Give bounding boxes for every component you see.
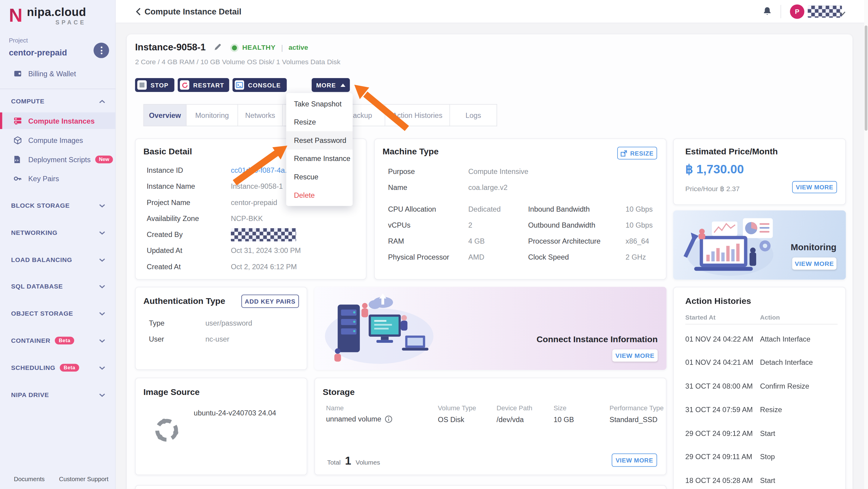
sidebar-item-billing[interactable]: Billing & Wallet [0,65,116,82]
monitoring-view-more-button[interactable]: VIEW MORE [792,257,836,270]
tab-logs[interactable]: Logs [450,104,497,126]
brand-logo[interactable]: N nipa.cloud SPACE [9,5,86,25]
scrollbar-thumb[interactable] [865,25,867,130]
sidebar-section-block-storage[interactable]: BLOCK STORAGE [0,199,116,211]
sidebar-section-object-storage[interactable]: OBJECT STORAGE [0,307,116,319]
footer-link-customer-support[interactable]: Customer Support [59,476,108,482]
detail-row: Clock Speed2 GHz [528,249,661,265]
monitoring-promo-card: Monitoring VIEW MORE [673,210,846,280]
more-button[interactable]: MORE [312,78,350,92]
instance-specs: 2 Core / 4 GB RAM / 10 GB Volume OS Disk… [135,58,340,66]
sidebar-section-sql-database[interactable]: SQL DATABASE [0,280,116,292]
auth-card: Authentication Type ADD KEY PAIRS Typeus… [135,287,307,370]
price-amount: ฿ 1,730.00 [685,162,744,177]
monitoring-illustration [678,215,780,277]
storage-view-more-button[interactable]: VIEW MORE [612,453,657,467]
device-path: /dev/vda [497,416,524,424]
sidebar-item-label: Deployment Scripts [28,155,91,164]
card-title: Machine Type [382,147,438,157]
back-button[interactable] [135,7,141,19]
sidebar-item-key-pairs[interactable]: Key Pairs [0,170,116,187]
scrollbar[interactable] [864,0,868,489]
history-row: 29 OCT 24 09:12 AM Start [685,422,843,445]
status-separator: | [281,43,283,52]
ubuntu-logo-icon [151,415,182,446]
history-row: 31 OCT 24 07:59 AM Resize [685,398,843,422]
detail-row: Outbound Bandwidth10 Gbps [528,217,661,233]
detail-row: Availability Zone NCP-BKK [147,210,360,226]
column-header-device-path: Device Path [497,404,532,412]
instance-id-link[interactable]: cc01d00-f087-4a... [231,166,291,175]
sidebar-item-label: Compute Images [28,136,83,145]
column-header-action: Action [760,314,780,320]
redacted-created-by [231,228,296,241]
resize-button[interactable]: RESIZE [617,147,657,159]
volume-type: OS Disk [438,416,464,424]
sidebar-item-compute-instances[interactable]: Compute Instances [0,113,116,129]
restart-button[interactable]: RESTART [178,78,229,92]
sidebar-section-networking[interactable]: NETWORKING [0,226,116,239]
menu-item-resize[interactable]: Resize [286,113,352,131]
machine-type-card: Machine Type RESIZE Purpose Compute Inte… [374,139,667,279]
detail-row: Created At Oct 2, 2024 6:12 PM [147,259,360,275]
sidebar: N nipa.cloud SPACE Project centor-prepai… [0,0,116,489]
add-key-pairs-button[interactable]: ADD KEY PAIRS [241,295,299,308]
sidebar-section-compute[interactable]: COMPUTE [0,95,116,107]
volume-row: unnamed volume [326,415,393,423]
stop-icon [137,80,147,90]
instance-header: Instance-9058-1 HEALTHY | active [135,42,308,53]
tab-monitoring[interactable]: Monitoring [187,104,238,126]
detail-row: Created By [147,226,360,242]
console-button[interactable]: CONSOLE [232,78,287,92]
chevron-down-icon [99,337,105,344]
menu-item-rescue[interactable]: Rescue [286,168,352,186]
menu-item-rename-instance[interactable]: Rename Instance [286,150,352,168]
volume-total: Total 1 Volumes [327,455,380,467]
detail-row: CPU AllocationDedicated [388,201,521,217]
card-title: Estimated Price/Month [685,147,778,157]
price-view-more-button[interactable]: VIEW MORE [792,181,837,193]
footer-link-documents[interactable]: Documents [14,476,44,482]
avatar[interactable]: P [790,4,804,19]
sidebar-section-load-balancing[interactable]: LOAD BALANCING [0,253,116,266]
menu-item-take-snapshot[interactable]: Take Snapshot [286,95,352,113]
detail-row: RAM4 GB [388,233,521,249]
beta-badge: Beta [55,337,74,344]
sidebar-section-scheduling[interactable]: SCHEDULING Beta [0,362,116,373]
kebab-icon [100,47,102,48]
chevron-down-icon [99,365,105,371]
detail-row: Purpose Compute Intensive [388,163,654,179]
console-terminal-icon [235,80,244,90]
connect-view-more-button[interactable]: VIEW MORE [612,349,658,362]
restart-icon [180,80,189,90]
project-menu-button[interactable] [93,42,109,58]
instance-state: active [288,44,308,52]
history-row: 01 NOV 24 04:21 AM Detach Interface [685,351,843,374]
chevron-down-icon[interactable] [839,8,846,19]
card-title: Authentication Type [144,296,225,306]
history-row: 29 OCT 24 09:11 AM Stop [685,445,843,468]
sidebar-section-container[interactable]: CONTAINER Beta [0,334,116,346]
chevron-down-icon [99,256,105,263]
sidebar-item-compute-images[interactable]: Compute Images [0,132,116,148]
storage-card: Storage Name Volume Type Device Path Siz… [314,378,666,475]
info-icon[interactable] [384,415,393,423]
table-divider [685,324,838,325]
topbar: Compute Instance Detail P [116,0,868,23]
sidebar-item-deployment-scripts[interactable]: Deployment Scripts New [0,151,116,167]
detail-row: Physical ProcessorAMD [388,249,521,265]
detail-row: Usernc-user [149,331,299,347]
edit-pencil-icon[interactable] [213,42,222,53]
tab-action-histories[interactable]: Action Histories [385,104,450,126]
app-root: N nipa.cloud SPACE Project centor-prepai… [0,0,868,489]
notification-bell-icon[interactable] [762,6,772,19]
sidebar-section-nipa-drive[interactable]: NIPA DRIVE [0,389,116,401]
banner-title: Connect Instance Information [536,334,658,344]
tab-overview[interactable]: Overview [144,104,187,126]
stop-button[interactable]: STOP [135,78,174,92]
price-per-hour: Price/Hour ฿ 2.37 [685,184,740,193]
tab-networks[interactable]: Networks [238,104,283,126]
menu-item-delete[interactable]: Delete [286,186,352,205]
chevron-down-icon [99,202,105,209]
menu-item-reset-password[interactable]: Reset Password [286,131,352,150]
